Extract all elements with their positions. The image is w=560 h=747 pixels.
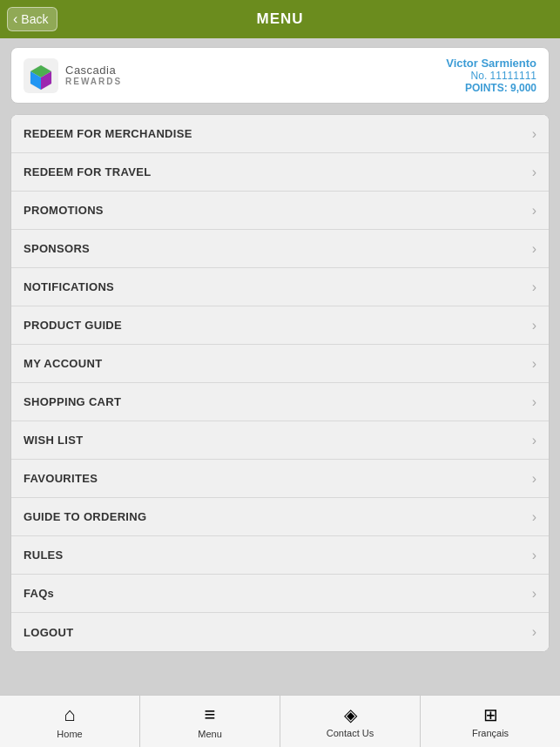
home-icon: ⌂ [64,703,75,726]
menu-item[interactable]: MY ACCOUNT › [11,345,549,383]
back-button-label: Back [21,12,48,26]
menu-item[interactable]: REDEEM FOR TRAVEL › [11,153,549,192]
app-header: ‹ Back MENU [0,0,560,38]
page-title: MENU [256,10,303,28]
menu-item[interactable]: REDEEM FOR MERCHANDISE › [11,115,549,153]
tab-item-home[interactable]: ⌂ Home [0,696,140,747]
menu-item-label: SPONSORS [24,242,90,255]
menu-item-label: FAVOURITES [24,472,98,485]
logo-name: Cascadia [65,64,122,77]
user-points: POINTS: 9,000 [446,82,536,94]
menu-icon: ≡ [205,703,216,726]
menu-item[interactable]: NOTIFICATIONS › [11,268,549,306]
contact-icon: ◈ [344,704,357,725]
menu-item-label: PRODUCT GUIDE [24,319,122,332]
chevron-right-icon: › [532,356,536,372]
logo-text: Cascadia REWARDS [65,64,122,86]
menu-item-label: LOGOUT [24,626,73,639]
chevron-right-icon: › [532,165,536,180]
chevron-right-icon: › [532,318,536,333]
chevron-right-icon: › [532,126,536,142]
user-name: Victor Sarmiento [446,57,536,70]
chevron-right-icon: › [532,433,536,448]
tab-item-français[interactable]: ⊞ Français [421,696,560,747]
user-info: Victor Sarmiento No. 11111111 POINTS: 9,… [446,57,536,94]
chevron-right-icon: › [532,624,536,640]
tab-label: Français [472,728,509,738]
language-icon: ⊞ [483,704,498,725]
chevron-right-icon: › [532,509,536,525]
menu-item-label: RULES [24,548,64,562]
menu-item[interactable]: FAQs › [11,575,549,613]
menu-item[interactable]: GUIDE TO ORDERING › [11,498,549,536]
menu-item-label: FAQs [24,587,54,600]
menu-item-label: REDEEM FOR TRAVEL [24,165,151,178]
tab-label: Menu [198,729,222,739]
logo-rewards: REWARDS [65,77,122,86]
back-button[interactable]: ‹ Back [7,7,57,31]
chevron-right-icon: › [532,586,536,602]
menu-item-label: NOTIFICATIONS [24,280,114,293]
menu-item-label: GUIDE TO ORDERING [24,510,146,523]
menu-item-label: SHOPPING CART [24,395,121,408]
chevron-right-icon: › [532,548,536,563]
menu-item[interactable]: WISH LIST › [11,421,549,460]
tab-label: Contact Us [327,728,374,738]
cascadia-logo-icon [24,58,58,93]
logo-area: Cascadia REWARDS [24,58,122,93]
tab-label: Home [57,729,82,739]
menu-item[interactable]: FAVOURITES › [11,460,549,498]
menu-item[interactable]: LOGOUT › [11,613,549,651]
menu-item[interactable]: SHOPPING CART › [11,383,549,421]
menu-list: REDEEM FOR MERCHANDISE › REDEEM FOR TRAV… [10,114,550,652]
menu-item[interactable]: PROMOTIONS › [11,192,549,230]
tab-bar: ⌂ Home ≡ Menu ◈ Contact Us ⊞ Français [0,695,560,747]
menu-item[interactable]: RULES › [11,536,549,575]
chevron-right-icon: › [532,471,536,487]
user-number: No. 11111111 [446,70,536,82]
back-chevron-icon: ‹ [13,11,17,27]
menu-item[interactable]: PRODUCT GUIDE › [11,306,549,345]
tab-item-menu[interactable]: ≡ Menu [140,696,280,747]
chevron-right-icon: › [532,394,536,410]
chevron-right-icon: › [532,203,536,219]
chevron-right-icon: › [532,241,536,257]
menu-item-label: WISH LIST [24,434,83,447]
main-content: Cascadia REWARDS Victor Sarmiento No. 11… [0,38,560,695]
chevron-right-icon: › [532,279,536,295]
menu-item-label: REDEEM FOR MERCHANDISE [24,127,192,140]
menu-item-label: PROMOTIONS [24,204,104,217]
user-card: Cascadia REWARDS Victor Sarmiento No. 11… [10,47,550,104]
menu-item-label: MY ACCOUNT [24,357,102,370]
menu-item[interactable]: SPONSORS › [11,230,549,268]
tab-item-contact-us[interactable]: ◈ Contact Us [280,696,421,747]
